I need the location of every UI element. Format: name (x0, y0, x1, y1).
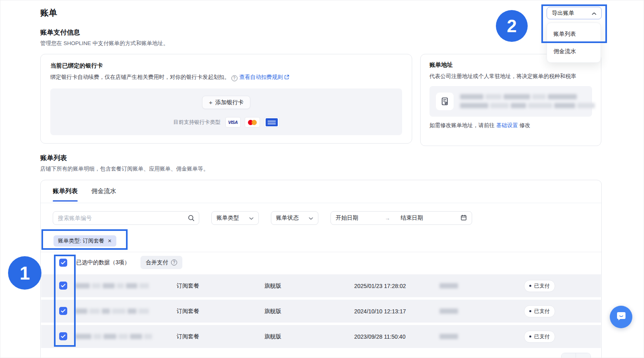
export-bills-label: 导出账单 (552, 10, 574, 17)
billing-address-footer: 如需修改账单地址，请前往 基础设置 修改 (429, 122, 592, 129)
chevron-down-icon (309, 215, 313, 221)
supported-card-types-label: 目前支持银行卡类型 (173, 119, 221, 126)
billing-address-redacted-text (460, 94, 595, 108)
bill-date-cell: 2025/01/23 17:28:02 (354, 274, 406, 297)
menu-item-commission-flow[interactable]: 佣金流水 (547, 43, 601, 60)
bill-amount-redacted (440, 300, 458, 323)
selection-header-row: 已选中的数据（3项） 合并支付 ? (41, 252, 601, 273)
status-dot-icon (529, 335, 531, 337)
bill-list-section-description: 店铺下所有的账单明细，包含套餐订阅账单、应用账单、佣金账单等。 (40, 165, 209, 173)
bill-type-cell: 订阅套餐 (177, 300, 199, 323)
status-label: 已支付 (534, 333, 550, 340)
payment-section-description: 管理您在 SHOPLINE 中支付账单的方式和账单地址。 (40, 40, 169, 47)
bill-id-redacted (75, 274, 149, 297)
start-date-label: 开始日期 (336, 214, 358, 222)
footer-prefix: 如需修改账单地址，请前往 (429, 122, 495, 128)
bill-status-select-label: 账单状态 (276, 214, 299, 222)
filter-toolbar: 账单类型 账单状态 开始日期 → 结束日期 (53, 211, 472, 225)
chat-support-button[interactable] (610, 306, 632, 328)
status-badge: 已支付 (524, 331, 555, 343)
billing-address-description: 代表公司注册地址或个人常驻地址，将决定账单的税种和税率 (429, 72, 592, 81)
bill-id-redacted (75, 325, 152, 348)
add-bank-card-label: 添加银行卡 (215, 99, 244, 106)
select-all-checkbox[interactable] (59, 259, 67, 267)
bill-type-cell: 订阅套餐 (177, 325, 199, 348)
bill-plan-cell: 旗舰版 (264, 325, 281, 348)
billing-address-box (429, 86, 592, 117)
merge-pay-button[interactable]: 合并支付 ? (140, 256, 182, 269)
menu-item-bill-list[interactable]: 账单列表 (547, 25, 601, 43)
table-row[interactable]: 订阅套餐 旗舰版 2023/09/28 11:50:40 已支付 (41, 325, 601, 348)
mastercard-icon (245, 117, 260, 128)
bill-list-section-header: 账单列表 店铺下所有的账单明细，包含套餐订阅账单、应用账单、佣金账单等。 (40, 154, 209, 173)
next-page-button[interactable] (576, 353, 590, 358)
bank-card-title: 当前已绑定的银行卡 (50, 62, 402, 70)
bill-date-cell: 2023/09/28 11:50:40 (354, 325, 405, 348)
bill-amount-redacted (440, 325, 458, 348)
chevron-up-icon (592, 10, 597, 16)
bill-type-cell: 订阅套餐 (177, 274, 199, 297)
bank-card-description: 绑定银行卡自动续费，仅在店铺产生相关费用时，对你的银行卡发起划扣。?查看自动扣费… (50, 73, 402, 82)
bill-plan-cell: 旗舰版 (264, 274, 281, 297)
merge-pay-label: 合并支付 (146, 259, 168, 266)
annotation-step-1-badge: 1 (8, 256, 41, 290)
bill-plan-cell: 旗舰版 (264, 300, 281, 323)
close-icon[interactable]: ✕ (108, 238, 112, 244)
bank-card-empty-area: + 添加银行卡 目前支持银行卡类型 VISA (50, 88, 402, 135)
annotation-step-2-badge: 2 (496, 10, 528, 42)
payment-section-title: 账单支付信息 (40, 28, 169, 37)
export-bills-button[interactable]: 导出账单 (547, 7, 602, 19)
active-filter-tag-label: 账单类型: 订阅套餐 (58, 237, 105, 245)
page-title: 账单 (40, 7, 57, 19)
bill-list-card: 账单列表 佣金流水 账单类型 账单状态 开始日期 → 结束日期 账单类型: (40, 180, 602, 358)
bank-card-description-text: 绑定银行卡自动续费，仅在店铺产生相关费用时，对你的银行卡发起划扣。 (50, 74, 230, 80)
basic-settings-link[interactable]: 基础设置 (496, 122, 518, 128)
bill-status-select[interactable]: 账单状态 (271, 211, 318, 225)
plus-icon: + (209, 99, 213, 106)
active-filter-tag: 账单类型: 订阅套餐 ✕ (54, 235, 116, 247)
table-row[interactable]: 订阅套餐 旗舰版 2025/01/23 17:28:02 已支付 (41, 274, 601, 297)
help-circle-icon[interactable]: ? (231, 75, 237, 81)
status-label: 已支付 (534, 308, 550, 315)
row-checkbox[interactable] (59, 307, 67, 315)
date-range-picker[interactable]: 开始日期 → 结束日期 (330, 211, 472, 225)
document-location-icon (436, 93, 454, 110)
prev-page-button[interactable] (561, 353, 576, 358)
auto-debit-rules-link[interactable]: 查看自动扣费规则 (239, 74, 283, 80)
end-date-label: 结束日期 (400, 214, 423, 222)
bill-list-section-title: 账单列表 (40, 154, 209, 163)
chat-bubble-icon (615, 310, 627, 324)
external-link-icon (284, 74, 289, 82)
footer-suffix: 修改 (520, 122, 530, 128)
row-checkbox[interactable] (59, 332, 67, 340)
search-icon[interactable] (188, 214, 195, 223)
row-checkbox[interactable] (59, 282, 67, 290)
tabs-divider (41, 203, 601, 203)
export-dropdown-menu: 账单列表 佣金流水 (547, 23, 601, 63)
search-input[interactable] (53, 211, 199, 225)
visa-icon: VISA (225, 117, 241, 128)
status-badge: 已支付 (524, 280, 555, 292)
selected-count-label: 已选中的数据（3项） (76, 259, 130, 266)
status-badge: 已支付 (524, 305, 555, 317)
calendar-icon (460, 214, 467, 222)
add-bank-card-button[interactable]: + 添加银行卡 (202, 96, 250, 109)
arrow-right-icon: → (385, 215, 390, 221)
bill-type-select[interactable]: 账单类型 (211, 211, 259, 225)
tab-bill-list[interactable]: 账单列表 (53, 187, 78, 202)
billing-address-panel: 账单地址 代表公司注册地址或个人常驻地址，将决定账单的税种和税率 如需修改账单地… (420, 54, 601, 146)
status-dot-icon (529, 310, 531, 312)
bound-bank-card-panel: 当前已绑定的银行卡 绑定银行卡自动续费，仅在店铺产生相关费用时，对你的银行卡发起… (40, 54, 412, 144)
payment-section-header: 账单支付信息 管理您在 SHOPLINE 中支付账单的方式和账单地址。 (40, 28, 169, 47)
search-box (53, 211, 199, 225)
table-row[interactable]: 订阅套餐 旗舰版 2024/10/10 12:13:17 已支付 (41, 300, 601, 323)
amex-icon (264, 117, 279, 128)
bill-id-redacted (75, 300, 149, 323)
pagination-controls[interactable] (561, 353, 591, 358)
bill-date-cell: 2024/10/10 12:13:17 (354, 300, 406, 323)
tab-commission-flow[interactable]: 佣金流水 (91, 187, 116, 202)
bill-list-tabs: 账单列表 佣金流水 (53, 187, 116, 202)
chevron-down-icon (249, 215, 254, 221)
bill-type-select-label: 账单类型 (217, 214, 239, 222)
visa-wordmark: VISA (228, 120, 238, 125)
